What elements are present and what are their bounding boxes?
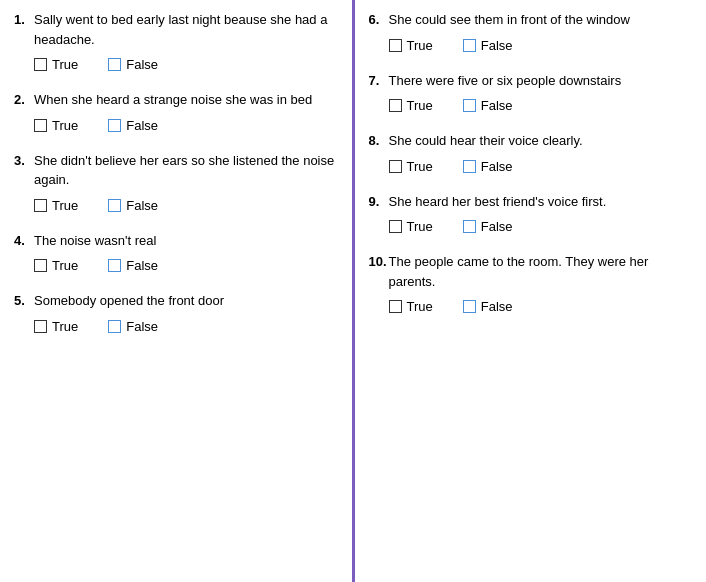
false-option-left-2[interactable]: False	[108, 118, 158, 133]
false-label-left-1: False	[126, 57, 158, 72]
question-body-right-3: She could hear their voice clearly.	[389, 131, 693, 151]
question-text-left-4: 4.The noise wasn't real	[14, 231, 338, 251]
question-block-right-3: 8.She could hear their voice clearly.Tru…	[369, 131, 693, 174]
true-option-left-4[interactable]: True	[34, 258, 78, 273]
question-number-left-4: 4.	[14, 231, 34, 251]
true-checkbox-right-1[interactable]	[389, 39, 402, 52]
false-label-left-3: False	[126, 198, 158, 213]
false-checkbox-right-1[interactable]	[463, 39, 476, 52]
question-number-right-4: 9.	[369, 192, 389, 212]
question-text-right-4: 9.She heard her best friend's voice firs…	[369, 192, 693, 212]
question-block-left-2: 2.When she heard a strange noise she was…	[14, 90, 338, 133]
question-number-right-2: 7.	[369, 71, 389, 91]
false-checkbox-right-2[interactable]	[463, 99, 476, 112]
false-checkbox-left-2[interactable]	[108, 119, 121, 132]
false-checkbox-left-3[interactable]	[108, 199, 121, 212]
true-label-right-1: True	[407, 38, 433, 53]
false-checkbox-right-4[interactable]	[463, 220, 476, 233]
true-label-right-3: True	[407, 159, 433, 174]
true-checkbox-right-4[interactable]	[389, 220, 402, 233]
false-label-left-4: False	[126, 258, 158, 273]
true-label-left-1: True	[52, 57, 78, 72]
question-body-left-3: She didn't believe her ears so she liste…	[34, 151, 338, 190]
true-option-left-2[interactable]: True	[34, 118, 78, 133]
question-number-right-3: 8.	[369, 131, 389, 151]
question-block-right-4: 9.She heard her best friend's voice firs…	[369, 192, 693, 235]
main-container: 1.Sally went to bed early last night bea…	[0, 0, 706, 582]
false-option-left-5[interactable]: False	[108, 319, 158, 334]
true-checkbox-left-4[interactable]	[34, 259, 47, 272]
false-checkbox-left-4[interactable]	[108, 259, 121, 272]
true-option-right-3[interactable]: True	[389, 159, 433, 174]
question-block-right-5: 10.The people came to the room. They wer…	[369, 252, 693, 314]
true-option-right-1[interactable]: True	[389, 38, 433, 53]
options-right-5: TrueFalse	[389, 299, 693, 314]
options-left-4: TrueFalse	[34, 258, 338, 273]
true-label-right-2: True	[407, 98, 433, 113]
true-label-left-2: True	[52, 118, 78, 133]
false-option-left-1[interactable]: False	[108, 57, 158, 72]
false-option-right-1[interactable]: False	[463, 38, 513, 53]
question-block-right-1: 6.She could see them in front of the win…	[369, 10, 693, 53]
question-number-left-2: 2.	[14, 90, 34, 110]
false-label-left-5: False	[126, 319, 158, 334]
question-block-right-2: 7.There were five or six people downstai…	[369, 71, 693, 114]
false-label-right-3: False	[481, 159, 513, 174]
false-checkbox-right-3[interactable]	[463, 160, 476, 173]
false-checkbox-left-5[interactable]	[108, 320, 121, 333]
question-text-left-2: 2.When she heard a strange noise she was…	[14, 90, 338, 110]
false-option-right-2[interactable]: False	[463, 98, 513, 113]
true-checkbox-left-1[interactable]	[34, 58, 47, 71]
true-checkbox-left-2[interactable]	[34, 119, 47, 132]
false-label-left-2: False	[126, 118, 158, 133]
question-block-left-4: 4.The noise wasn't realTrueFalse	[14, 231, 338, 274]
true-checkbox-right-2[interactable]	[389, 99, 402, 112]
question-body-right-5: The people came to the room. They were h…	[389, 252, 693, 291]
false-label-right-5: False	[481, 299, 513, 314]
options-right-1: TrueFalse	[389, 38, 693, 53]
question-number-right-1: 6.	[369, 10, 389, 30]
question-body-left-5: Somebody opened the front door	[34, 291, 338, 311]
true-checkbox-right-3[interactable]	[389, 160, 402, 173]
question-number-right-5: 10.	[369, 252, 389, 291]
true-label-left-4: True	[52, 258, 78, 273]
question-text-left-1: 1.Sally went to bed early last night bea…	[14, 10, 338, 49]
false-option-left-4[interactable]: False	[108, 258, 158, 273]
true-checkbox-left-3[interactable]	[34, 199, 47, 212]
true-checkbox-left-5[interactable]	[34, 320, 47, 333]
false-option-left-3[interactable]: False	[108, 198, 158, 213]
question-body-right-4: She heard her best friend's voice first.	[389, 192, 693, 212]
question-body-left-4: The noise wasn't real	[34, 231, 338, 251]
false-option-right-4[interactable]: False	[463, 219, 513, 234]
true-option-left-3[interactable]: True	[34, 198, 78, 213]
true-checkbox-right-5[interactable]	[389, 300, 402, 313]
question-body-right-1: She could see them in front of the windo…	[389, 10, 693, 30]
false-checkbox-left-1[interactable]	[108, 58, 121, 71]
question-number-left-5: 5.	[14, 291, 34, 311]
false-option-right-3[interactable]: False	[463, 159, 513, 174]
true-option-left-5[interactable]: True	[34, 319, 78, 334]
true-option-right-5[interactable]: True	[389, 299, 433, 314]
question-block-left-1: 1.Sally went to bed early last night bea…	[14, 10, 338, 72]
true-option-right-2[interactable]: True	[389, 98, 433, 113]
question-text-right-5: 10.The people came to the room. They wer…	[369, 252, 693, 291]
false-option-right-5[interactable]: False	[463, 299, 513, 314]
options-left-2: TrueFalse	[34, 118, 338, 133]
false-label-right-4: False	[481, 219, 513, 234]
options-right-3: TrueFalse	[389, 159, 693, 174]
left-column: 1.Sally went to bed early last night bea…	[0, 0, 352, 582]
options-left-1: TrueFalse	[34, 57, 338, 72]
true-label-right-4: True	[407, 219, 433, 234]
true-option-left-1[interactable]: True	[34, 57, 78, 72]
false-checkbox-right-5[interactable]	[463, 300, 476, 313]
right-column: 6.She could see them in front of the win…	[355, 0, 707, 582]
question-body-left-2: When she heard a strange noise she was i…	[34, 90, 338, 110]
question-text-right-2: 7.There were five or six people downstai…	[369, 71, 693, 91]
question-number-left-1: 1.	[14, 10, 34, 49]
true-label-left-3: True	[52, 198, 78, 213]
true-label-right-5: True	[407, 299, 433, 314]
question-text-left-3: 3.She didn't believe her ears so she lis…	[14, 151, 338, 190]
question-block-left-5: 5.Somebody opened the front doorTrueFals…	[14, 291, 338, 334]
question-text-right-3: 8.She could hear their voice clearly.	[369, 131, 693, 151]
true-option-right-4[interactable]: True	[389, 219, 433, 234]
